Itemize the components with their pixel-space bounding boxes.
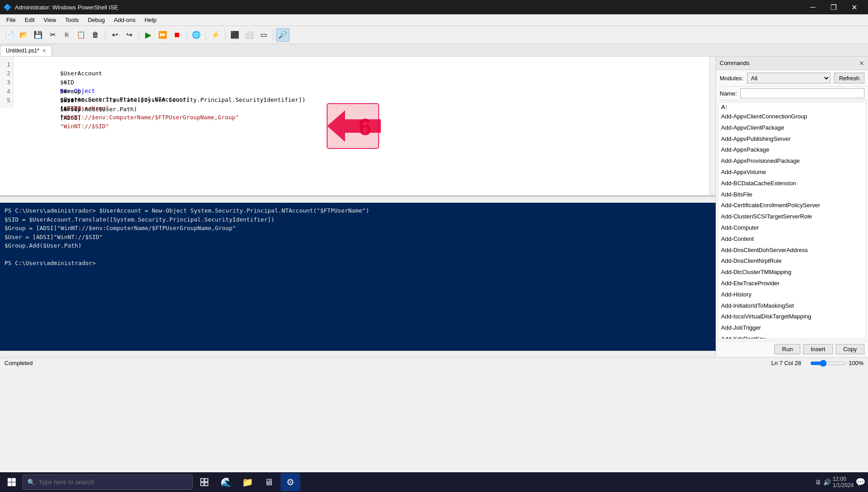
- cmd-item-18[interactable]: Add-InitiatorIdToMaskingSet: [718, 300, 866, 312]
- code-lines[interactable]: $UserAccount = New-Object System.Securit…: [13, 57, 716, 109]
- powershell-button[interactable]: ⚙: [281, 473, 300, 491]
- copy-button-footer[interactable]: Copy: [836, 344, 864, 354]
- console-prompt: PS C:\Users\administrador>: [4, 259, 711, 268]
- cmd-item-2[interactable]: Add-AppvClientPackage: [718, 122, 866, 134]
- line-num-5: 5: [4, 96, 10, 105]
- script-scrollbar[interactable]: [709, 57, 716, 195]
- script-editor[interactable]: 1 2 3 4 5 $UserAccount = New-Object Syst…: [0, 57, 716, 196]
- taskbar: 🔍 🌊 📁 🖥 ⚙ 🖥 🔊 12:00 1/1/2024 💬: [0, 472, 868, 492]
- commands-panel-button[interactable]: 🔎: [276, 28, 289, 42]
- cmd-item-8[interactable]: Add-BitsFile: [718, 189, 866, 200]
- search-icon: 🔍: [27, 479, 35, 486]
- toolbar-sep-3: [186, 30, 187, 40]
- commands-list[interactable]: A: Add-AppvClientConnectionGroup Add-App…: [718, 102, 866, 339]
- status-text: Completed: [4, 360, 33, 366]
- layout2-button[interactable]: ⬜: [242, 28, 256, 42]
- toolbar-sep-4: [206, 30, 206, 40]
- layout3-button[interactable]: ▭: [257, 28, 270, 42]
- refresh-button[interactable]: Refresh: [834, 73, 864, 83]
- console-line-5: $Group.Add($User.Path): [4, 241, 711, 250]
- copy-button[interactable]: ⎘: [60, 28, 73, 42]
- undo-button[interactable]: ↩: [108, 28, 121, 42]
- appicon-3[interactable]: 🖥: [259, 473, 279, 491]
- new-button[interactable]: 📄: [3, 28, 16, 42]
- commands-header-left: Commands: [720, 60, 749, 66]
- h-scroll-area[interactable]: [0, 196, 716, 203]
- cmd-item-12[interactable]: Add-Content: [718, 234, 866, 245]
- menu-edit[interactable]: Edit: [20, 14, 39, 26]
- cmd-item-17[interactable]: Add-History: [718, 289, 866, 300]
- menu-debug[interactable]: Debug: [83, 14, 109, 26]
- open-button[interactable]: 📂: [17, 28, 30, 42]
- explorer-button[interactable]: 📁: [238, 473, 257, 491]
- snippets-button[interactable]: ⚡: [209, 28, 222, 42]
- cmd-item-10[interactable]: Add-ClusteriSCSITargetServerRole: [718, 211, 866, 222]
- tab-close-button[interactable]: ✕: [42, 48, 46, 54]
- cut-button[interactable]: ✂: [46, 28, 59, 42]
- console-h-scroll[interactable]: [0, 351, 716, 357]
- task-view-button[interactable]: [194, 473, 214, 491]
- run-button[interactable]: ▶: [142, 28, 155, 42]
- layout1-button[interactable]: ⬛: [228, 28, 242, 42]
- cmd-item-4[interactable]: Add-AppxPackage: [718, 144, 866, 156]
- clear-button[interactable]: 🗑: [89, 28, 102, 42]
- notification-icon[interactable]: 💬: [855, 477, 865, 487]
- cmd-item-13[interactable]: Add-DnsClientDohServerAddress: [718, 245, 866, 256]
- stop-button[interactable]: ⏹: [170, 28, 184, 42]
- cmd-item-14[interactable]: Add-DnsClientNrptRule: [718, 256, 866, 267]
- commands-close-button[interactable]: ✕: [859, 60, 864, 67]
- insert-button[interactable]: Insert: [803, 344, 833, 354]
- code-line-4: $User = [ADSI] "WinNT://$SID": [18, 87, 711, 96]
- start-button[interactable]: [3, 473, 21, 491]
- line-num-1: 1: [4, 60, 10, 69]
- name-input[interactable]: [740, 88, 864, 98]
- console-area[interactable]: PS C:\Users\administrador> $UserAccount …: [0, 203, 716, 351]
- cmd-item-6[interactable]: Add-AppxVolume: [718, 167, 866, 178]
- new-remote-button[interactable]: 🌐: [190, 28, 203, 42]
- run-button-footer[interactable]: Run: [774, 344, 800, 354]
- cmd-item-20[interactable]: Add-JobTrigger: [718, 322, 866, 334]
- status-bar: Completed Ln 7 Col 28 100%: [0, 357, 868, 369]
- modules-label: Modules:: [720, 75, 743, 82]
- cmd-item-21[interactable]: Add-KdsRootKey: [718, 334, 866, 339]
- svg-rect-10: [205, 483, 208, 486]
- close-button[interactable]: ✕: [844, 0, 864, 14]
- redo-button[interactable]: ↪: [122, 28, 136, 42]
- run-selection-button[interactable]: ⏩: [156, 28, 169, 42]
- zoom-slider[interactable]: [810, 360, 846, 367]
- menu-help[interactable]: Help: [140, 14, 161, 26]
- cmd-item-15[interactable]: Add-DtcClusterTMMapping: [718, 267, 866, 278]
- menu-view[interactable]: View: [39, 14, 60, 26]
- menu-tools[interactable]: Tools: [60, 14, 83, 26]
- svg-rect-9: [201, 483, 204, 486]
- paste-button[interactable]: 📋: [74, 28, 88, 42]
- modules-select[interactable]: All: [747, 73, 831, 83]
- modules-row: Modules: All Refresh: [716, 70, 868, 87]
- cmd-item-9[interactable]: Add-CertificateEnrollmentPolicyServer: [718, 200, 866, 211]
- svg-rect-7: [201, 479, 204, 482]
- code-line-3: $Group = [ADSI] "WinNT://$env:ComputerNa…: [18, 78, 711, 87]
- cmd-item-11[interactable]: Add-Computer: [718, 222, 866, 234]
- cmd-item-19[interactable]: Add-IscsiVirtualDiskTargetMapping: [718, 311, 866, 322]
- commands-footer: Run Insert Copy: [716, 341, 868, 357]
- svg-rect-4: [12, 478, 16, 482]
- name-row: Name:: [716, 87, 868, 100]
- search-input[interactable]: [39, 479, 188, 486]
- tab-bar: Untitled1.ps1* ✕: [0, 44, 868, 57]
- script-tab[interactable]: Untitled1.ps1* ✕: [0, 45, 52, 56]
- commands-header: Commands ✕: [716, 57, 868, 70]
- cmd-item-3[interactable]: Add-AppvPublishingServer: [718, 134, 866, 145]
- edge-button[interactable]: 🌊: [216, 473, 236, 491]
- menu-file[interactable]: File: [2, 14, 20, 26]
- title-text: Administrator: Windows PowerShell ISE: [15, 4, 118, 11]
- save-button[interactable]: 💾: [31, 28, 45, 42]
- maximize-button[interactable]: ❐: [823, 0, 844, 14]
- toolbar-sep-5: [225, 30, 225, 40]
- menu-addons[interactable]: Add-ons: [109, 14, 140, 26]
- search-bar[interactable]: 🔍: [22, 475, 193, 490]
- cmd-item-1[interactable]: Add-AppvClientConnectionGroup: [718, 111, 866, 122]
- cmd-item-16[interactable]: Add-EtwTraceProvider: [718, 278, 866, 289]
- cmd-item-7[interactable]: Add-BCDataCacheExtension: [718, 178, 866, 189]
- cmd-item-5[interactable]: Add-AppxProvisionedPackage: [718, 156, 866, 167]
- minimize-button[interactable]: ─: [803, 0, 823, 14]
